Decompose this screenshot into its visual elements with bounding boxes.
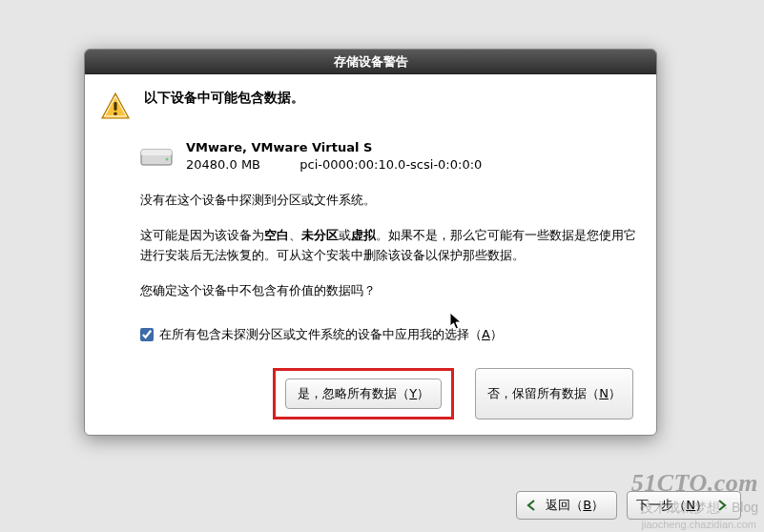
para-confirm: 您确定这个设备中不包含有价值的数据吗？ [140,281,639,301]
device-details: 20480.0 MB pci-0000:00:10.0-scsi-0:0:0:0 [186,156,482,174]
svg-point-4 [166,158,169,161]
dialog-body: 以下设备中可能包含数据。 VMware, VMware Virtual S 20… [85,74,656,435]
back-button[interactable]: 返回（B） [516,491,617,520]
device-row: VMware, VMware Virtual S 20480.0 MB pci-… [140,139,639,174]
arrow-right-icon [714,499,728,512]
arrow-left-icon [526,499,539,512]
keep-data-button[interactable]: 否，保留所有数据（N） [475,368,633,419]
apply-all-label: 在所有包含未探测分区或文件系统的设备中应用我的选择（A） [159,326,503,343]
storage-warning-dialog: 存储设备警告 以下设备中可能包含数据。 VMware, VMware Virtu… [84,49,657,436]
svg-rect-0 [114,102,116,111]
apply-all-checkbox[interactable] [140,328,154,341]
wizard-nav-bar: 返回（B） 下一步（N） [0,479,764,532]
dialog-heading: 以下设备中可能包含数据。 [144,90,304,107]
apply-all-checkbox-row[interactable]: 在所有包含未探测分区或文件系统的设备中应用我的选择（A） [140,326,639,343]
dialog-titlebar: 存储设备警告 [85,50,656,74]
device-name: VMware, VMware Virtual S [186,139,482,156]
discard-data-button[interactable]: 是，忽略所有数据（Y） [285,379,442,409]
dialog-button-row: 是，忽略所有数据（Y） 否，保留所有数据（N） [100,368,639,419]
hard-disk-icon [140,144,173,169]
next-button[interactable]: 下一步（N） [627,491,741,520]
svg-rect-3 [141,150,172,155]
warning-icon [100,92,131,122]
tutorial-highlight: 是，忽略所有数据（Y） [273,368,454,419]
para-no-partition: 没有在这个设备中探测到分区或文件系统。 [140,191,639,211]
svg-point-1 [114,113,117,116]
para-explanation: 这可能是因为该设备为空白、未分区或虚拟。如果不是，那么它可能有一些数据是您使用它… [140,226,639,266]
dialog-title: 存储设备警告 [334,54,408,69]
